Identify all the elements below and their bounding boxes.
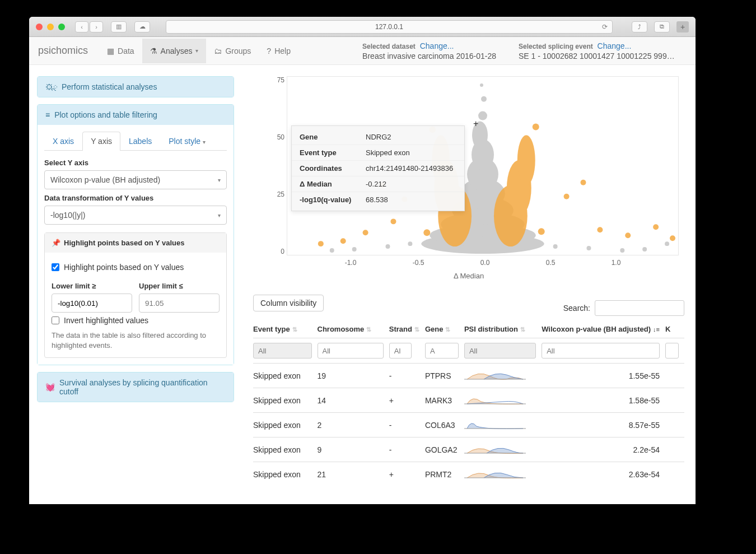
tab-x-axis[interactable]: X axis bbox=[44, 132, 82, 150]
sidebar-toggle-button[interactable]: ▥ bbox=[111, 21, 127, 32]
tabs-button[interactable]: ⧉ bbox=[654, 21, 670, 32]
cell-psi-distribution bbox=[464, 413, 542, 437]
cloud-button[interactable]: ☁ bbox=[134, 21, 150, 32]
share-button[interactable]: ⤴ bbox=[632, 21, 647, 32]
cell-pvalue: 8.57e-55 bbox=[542, 413, 665, 437]
svg-point-33 bbox=[597, 227, 603, 232]
context-dataset: Selected dataset Change... Breast invasi… bbox=[351, 38, 507, 64]
col-strand[interactable]: Strand⇅ bbox=[389, 320, 425, 338]
col-extra[interactable]: K bbox=[665, 320, 684, 338]
panel-survival[interactable]: 💓Survival analyses by splicing quantific… bbox=[37, 372, 234, 402]
filter-chromosome[interactable] bbox=[318, 343, 384, 359]
cell-event-type: Skipped exon bbox=[253, 462, 318, 487]
select-y-axis[interactable]: Wilcoxon p-value (BH adjusted) ▾ bbox=[44, 170, 227, 189]
back-button[interactable]: ‹ bbox=[75, 21, 88, 32]
nav-analyses[interactable]: ⚗Analyses ▾ bbox=[142, 39, 207, 63]
cell-chromosome: 21 bbox=[318, 462, 389, 487]
upper-limit-label: Upper limit ≤ bbox=[139, 282, 220, 290]
svg-point-12 bbox=[385, 244, 390, 249]
cell-psi-distribution bbox=[464, 462, 542, 487]
forward-button[interactable]: › bbox=[90, 21, 103, 32]
panel-statistical-analyses[interactable]: ⚙ೢPerform statistical analyses bbox=[37, 76, 234, 97]
select-transform-y[interactable]: -log10(|y|) ▾ bbox=[44, 206, 227, 225]
new-tab-button[interactable]: + bbox=[676, 21, 689, 32]
tab-plot-style[interactable]: Plot style ▾ bbox=[160, 132, 214, 150]
search-label: Search: bbox=[563, 304, 590, 313]
cell-chromosome: 9 bbox=[318, 437, 389, 462]
col-gene[interactable]: Gene⇅ bbox=[425, 320, 464, 338]
reload-icon[interactable]: ⟳ bbox=[602, 23, 608, 31]
filter-pvalue[interactable] bbox=[542, 343, 660, 359]
svg-point-35 bbox=[653, 224, 659, 230]
brand: psichomics bbox=[38, 45, 88, 57]
filter-strand[interactable] bbox=[389, 343, 412, 359]
col-event-type[interactable]: Event type⇅ bbox=[253, 320, 318, 338]
table-row[interactable]: Skipped exon9-GOLGA22.2e-54 bbox=[253, 437, 684, 462]
highlight-panel: 📌Highlight points based on Y values High… bbox=[44, 232, 227, 358]
cell-gene: GOLGA2 bbox=[425, 437, 464, 462]
event-value: SE 1 - 10002682 10001427 10001225 999668… bbox=[519, 52, 675, 60]
filter-gene[interactable] bbox=[425, 343, 459, 359]
cell-psi-distribution bbox=[464, 388, 542, 413]
browser-window: ‹ › ▥ ☁ 127.0.0.1 ⟳ ⤴ ⧉ + psichomics ▦Da… bbox=[29, 17, 696, 504]
svg-point-29 bbox=[538, 228, 545, 235]
table-row[interactable]: Skipped exon21+PRMT22.63e-54 bbox=[253, 462, 684, 487]
minimize-window-icon[interactable] bbox=[47, 24, 54, 30]
groups-icon: 🗂 bbox=[214, 46, 222, 55]
highlight-checkbox-input[interactable] bbox=[52, 263, 59, 271]
cell-pvalue: 2.2e-54 bbox=[542, 437, 665, 462]
filter-psi[interactable] bbox=[464, 343, 536, 359]
app-navbar: psichomics ▦Data ⚗Analyses ▾ 🗂Groups ? H… bbox=[29, 37, 696, 65]
transform-y-label: Data transformation of Y values bbox=[44, 194, 227, 202]
cell-gene: PRMT2 bbox=[425, 462, 464, 487]
y-ticks: 75 50 25 0 bbox=[273, 76, 284, 255]
panel-plot-options-header[interactable]: ≡Plot options and table filtering bbox=[38, 105, 234, 125]
column-visibility-button[interactable]: Column visibility bbox=[253, 295, 324, 311]
change-dataset-link[interactable]: Change... bbox=[420, 41, 454, 50]
maximize-window-icon[interactable] bbox=[58, 24, 65, 30]
svg-point-19 bbox=[665, 241, 669, 246]
change-event-link[interactable]: Change... bbox=[598, 41, 632, 50]
col-chromosome[interactable]: Chromosome⇅ bbox=[318, 320, 389, 338]
tab-labels[interactable]: Labels bbox=[120, 132, 160, 150]
tab-y-axis[interactable]: Y axis bbox=[82, 132, 120, 151]
nav-help[interactable]: ? Help bbox=[259, 39, 298, 63]
cell-event-type: Skipped exon bbox=[253, 388, 318, 413]
cell-psi-distribution bbox=[464, 364, 542, 388]
invert-checkbox-input[interactable] bbox=[52, 316, 59, 324]
pin-icon: 📌 bbox=[52, 239, 60, 247]
svg-point-39 bbox=[564, 194, 570, 199]
search-input[interactable] bbox=[595, 300, 684, 316]
nav-groups[interactable]: 🗂Groups bbox=[206, 39, 259, 63]
cell-strand: + bbox=[389, 462, 425, 487]
col-pvalue[interactable]: Wilcoxon p-value (BH adjusted)↓≡ bbox=[542, 320, 665, 338]
results-table: Event type⇅ Chromosome⇅ Strand⇅ Gene⇅ PS… bbox=[253, 320, 684, 486]
svg-point-15 bbox=[586, 246, 591, 250]
upper-limit-input[interactable] bbox=[139, 294, 220, 313]
cell-strand: - bbox=[389, 437, 425, 462]
svg-point-13 bbox=[408, 241, 412, 246]
cell-strand: - bbox=[389, 364, 425, 388]
sidebar: ⚙ೢPerform statistical analyses ≡Plot opt… bbox=[29, 65, 242, 504]
table-icon: ▦ bbox=[107, 46, 114, 55]
x-axis-label: Δ Median bbox=[454, 272, 484, 280]
close-window-icon[interactable] bbox=[36, 24, 43, 30]
address-bar[interactable]: 127.0.0.1 ⟳ bbox=[166, 20, 613, 34]
filter-extra[interactable] bbox=[665, 343, 679, 359]
address-text: 127.0.0.1 bbox=[375, 23, 403, 31]
table-row[interactable]: Skipped exon14+MARK31.58e-55 bbox=[253, 388, 684, 413]
svg-point-8 bbox=[478, 111, 487, 120]
nav-data[interactable]: ▦Data bbox=[99, 39, 142, 63]
invert-checkbox[interactable]: Invert highlighted values bbox=[52, 316, 220, 325]
lower-limit-input[interactable] bbox=[52, 294, 132, 313]
filter-event-type[interactable] bbox=[253, 343, 312, 359]
volcano-plot[interactable]: -log10(|Wilcoxon p-value (BH adjusted)|)… bbox=[253, 71, 684, 283]
col-psi[interactable]: PSI distribution⇅ bbox=[464, 320, 542, 338]
table-row[interactable]: Skipped exon2-COL6A38.57e-55 bbox=[253, 413, 684, 437]
highlight-checkbox[interactable]: Highlight points based on Y values bbox=[52, 263, 220, 272]
dataset-value: Breast invasive carcinoma 2016-01-28 bbox=[362, 52, 496, 60]
svg-point-25 bbox=[517, 135, 535, 185]
cell-extra bbox=[665, 462, 684, 487]
table-row[interactable]: Skipped exon19-PTPRS1.55e-55 bbox=[253, 364, 684, 388]
cell-chromosome: 2 bbox=[318, 413, 389, 437]
